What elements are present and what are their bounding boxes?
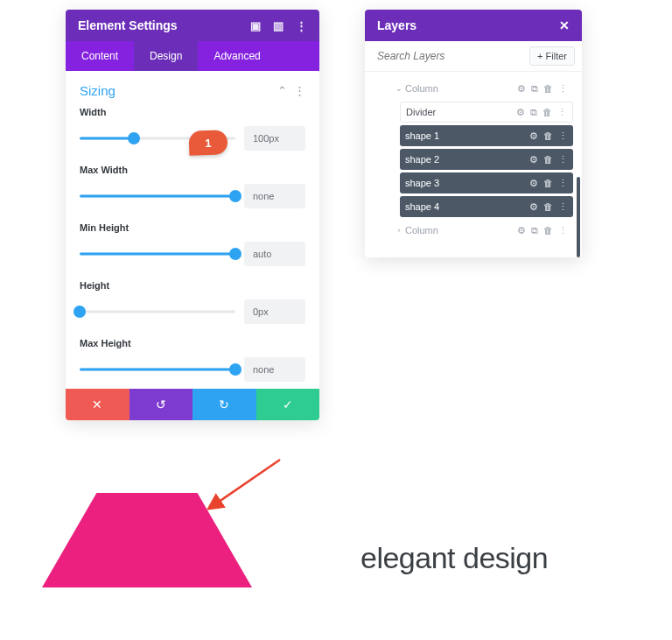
plus-icon: + (537, 51, 542, 61)
tab-content[interactable]: Content (66, 41, 134, 71)
slider-max-width[interactable] (80, 190, 235, 202)
gear-icon[interactable]: ⚙ (529, 130, 538, 142)
label-max-width: Max Width (80, 165, 305, 175)
collapse-icon[interactable]: ⌃ (277, 84, 287, 97)
kebab-icon[interactable]: ⋮ (558, 154, 568, 165)
slider-max-height[interactable] (80, 363, 235, 376)
trash-icon[interactable]: 🗑 (543, 154, 553, 165)
layers-panel: Layers ✕ + Filter ⌄ Column ⚙ ⧉ 🗑 ⋮ Divid… (365, 10, 582, 257)
kebab-icon[interactable]: ⋮ (558, 83, 568, 95)
value-max-width[interactable]: none (244, 184, 305, 208)
chevron-right-icon: › (393, 226, 405, 235)
duplicate-icon[interactable]: ⧉ (531, 83, 538, 95)
trash-icon[interactable]: 🗑 (543, 130, 553, 142)
kebab-icon[interactable]: ⋮ (558, 130, 568, 142)
layer-shape-2[interactable]: shape 2 ⚙ 🗑 ⋮ (400, 149, 573, 170)
slider-height[interactable] (80, 306, 235, 318)
column-icon[interactable]: ▥ (273, 19, 284, 32)
label-min-height: Min Height (80, 222, 305, 233)
layer-divider[interactable]: Divider ⚙ ⧉ 🗑 ⋮ (400, 102, 573, 123)
field-height: Height 0px (80, 280, 305, 324)
layers-header: Layers ✕ (365, 10, 582, 41)
kebab-icon[interactable]: ⋮ (558, 201, 568, 213)
sizing-section: Sizing ⌃ ⋮ Width 100px Max Width (66, 71, 319, 382)
settings-footer: ✕ ↺ ↻ ✓ (66, 389, 319, 420)
layer-shape-4[interactable]: shape 4 ⚙ 🗑 ⋮ (400, 196, 573, 217)
tab-design[interactable]: Design (134, 41, 198, 71)
value-height[interactable]: 0px (244, 299, 305, 324)
section-kebab-icon[interactable]: ⋮ (294, 84, 305, 97)
label-height: Height (80, 280, 305, 291)
gear-icon[interactable]: ⚙ (529, 178, 538, 189)
gear-icon[interactable]: ⚙ (517, 225, 526, 236)
section-header[interactable]: Sizing ⌃ ⋮ (80, 83, 305, 98)
gear-icon[interactable]: ⚙ (517, 83, 526, 95)
section-title: Sizing (80, 83, 116, 98)
trash-icon[interactable]: 🗑 (543, 178, 553, 189)
scan-icon[interactable]: ▣ (250, 19, 261, 32)
layer-list: ⌄ Column ⚙ ⧉ 🗑 ⋮ Divider ⚙ ⧉ 🗑 ⋮ shape 1… (365, 72, 582, 257)
field-max-width: Max Width none (80, 165, 305, 208)
settings-header: Element Settings ▣ ▥ ⋮ (66, 10, 319, 41)
field-min-height: Min Height auto (80, 222, 305, 266)
gear-icon[interactable]: ⚙ (516, 107, 525, 118)
settings-title: Element Settings (78, 18, 178, 32)
cancel-button[interactable]: ✕ (66, 389, 130, 420)
undo-button[interactable]: ↺ (130, 389, 193, 420)
label-max-height: Max Height (80, 338, 305, 348)
kebab-icon[interactable]: ⋮ (557, 107, 567, 118)
settings-tabs: Content Design Advanced (66, 41, 319, 71)
kebab-icon[interactable]: ⋮ (558, 178, 568, 189)
duplicate-icon[interactable]: ⧉ (530, 107, 537, 118)
scrollbar[interactable] (577, 177, 580, 257)
chevron-down-icon: ⌄ (393, 84, 405, 93)
filter-button[interactable]: + Filter (529, 46, 575, 66)
footer-text: elegant design (360, 541, 548, 575)
value-min-height[interactable]: auto (244, 242, 305, 266)
layers-title: Layers (377, 18, 416, 32)
confirm-button[interactable]: ✓ (256, 389, 320, 420)
redo-button[interactable]: ↻ (192, 389, 256, 420)
value-width[interactable]: 100px (244, 126, 305, 151)
layers-search-row: + Filter (365, 41, 582, 72)
gear-icon[interactable]: ⚙ (529, 201, 538, 213)
tab-advanced[interactable]: Advanced (198, 41, 276, 71)
gear-icon[interactable]: ⚙ (529, 154, 538, 165)
value-max-height[interactable]: none (244, 357, 305, 382)
kebab-icon[interactable]: ⋮ (558, 225, 568, 236)
layer-column-top[interactable]: ⌄ Column ⚙ ⧉ 🗑 ⋮ (388, 78, 573, 99)
label-width: Width (80, 107, 305, 117)
kebab-icon[interactable]: ⋮ (296, 19, 307, 32)
layer-shape-1[interactable]: shape 1 ⚙ 🗑 ⋮ (400, 125, 573, 146)
field-max-height: Max Height none (80, 338, 305, 382)
close-icon[interactable]: ✕ (559, 18, 570, 32)
slider-min-height[interactable] (80, 248, 235, 260)
search-input[interactable] (377, 50, 529, 62)
trash-icon[interactable]: 🗑 (543, 201, 553, 213)
filter-label: Filter (546, 51, 567, 61)
trash-icon[interactable]: 🗑 (543, 83, 553, 95)
element-settings-panel: Element Settings ▣ ▥ ⋮ Content Design Ad… (66, 10, 319, 420)
layer-column-bottom[interactable]: › Column ⚙ ⧉ 🗑 ⋮ (388, 220, 573, 241)
trash-icon[interactable]: 🗑 (542, 107, 552, 118)
trapezoid-shape (42, 493, 252, 587)
callout-badge-1: 1 (189, 130, 228, 156)
trash-icon[interactable]: 🗑 (543, 225, 553, 236)
layer-shape-3[interactable]: shape 3 ⚙ 🗑 ⋮ (400, 172, 573, 193)
duplicate-icon[interactable]: ⧉ (531, 225, 538, 236)
